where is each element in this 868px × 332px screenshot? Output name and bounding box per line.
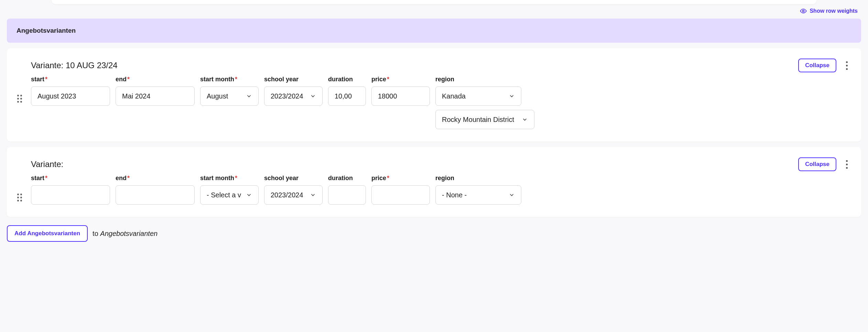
variant-card: Variante: 10 AUG 23/24 Collapse start* e… (7, 48, 861, 142)
region-select[interactable]: - None - (435, 185, 521, 205)
drag-handle-icon[interactable] (17, 194, 24, 201)
variant-fields-row: start* end* start month* August school y… (31, 76, 851, 129)
chevron-down-icon (246, 93, 252, 99)
duration-field: duration (328, 76, 366, 106)
district-select[interactable]: Rocky Mountain District (435, 110, 534, 129)
end-field: end* (116, 76, 195, 106)
start-input[interactable] (31, 86, 110, 106)
price-field: price* (371, 76, 430, 106)
duration-field: duration (328, 175, 366, 205)
school-year-value: 2023/2024 (271, 92, 303, 100)
start-month-label: start month* (200, 175, 259, 182)
end-input[interactable] (116, 86, 195, 106)
end-field: end* (116, 175, 195, 205)
school-year-field: school year 2023/2024 (264, 175, 323, 205)
add-row: Add Angebotsvarianten to Angebotsvariant… (7, 225, 861, 242)
page-shadow-divider (52, 0, 816, 4)
end-input[interactable] (116, 185, 195, 205)
chevron-down-icon (310, 192, 316, 198)
eye-icon (800, 8, 807, 14)
start-month-value: August (207, 92, 228, 100)
chevron-down-icon (509, 192, 515, 198)
chevron-down-icon (509, 93, 515, 99)
drag-handle-icon[interactable] (17, 95, 24, 103)
variant-fields-row: start* end* start month* - Select a v sc… (31, 175, 851, 205)
duration-input[interactable] (328, 185, 366, 205)
variant-header-actions: Collapse (798, 59, 851, 72)
variant-body-row: start* end* start month* - Select a v sc… (17, 175, 851, 205)
duration-label: duration (328, 76, 366, 83)
svg-point-0 (803, 10, 804, 12)
start-input[interactable] (31, 185, 110, 205)
chevron-down-icon (522, 116, 528, 123)
variant-title: Variante: 10 AUG 23/24 (31, 61, 118, 70)
variant-card: Variante: Collapse start* end* start mon… (7, 147, 861, 217)
more-actions-button[interactable] (843, 159, 851, 169)
start-field: start* (31, 76, 110, 106)
end-label: end* (116, 76, 195, 83)
variant-title: Variante: (31, 159, 63, 169)
chevron-down-icon (310, 93, 316, 99)
section-header: Angebotsvarianten (7, 19, 861, 43)
variant-header-actions: Collapse (798, 157, 851, 171)
price-label: price* (371, 175, 430, 182)
region-field: region Kanada Rocky Mountain District (435, 76, 534, 129)
chevron-down-icon (246, 192, 252, 198)
more-actions-button[interactable] (843, 60, 851, 71)
school-year-field: school year 2023/2024 (264, 76, 323, 106)
duration-label: duration (328, 175, 366, 182)
variant-header-row: Variante: Collapse (31, 157, 851, 171)
collapse-button[interactable]: Collapse (798, 157, 836, 171)
section-title: Angebotsvarianten (17, 27, 76, 34)
price-field: price* (371, 175, 430, 205)
region-field: region - None - (435, 175, 521, 205)
region-label: region (435, 76, 534, 83)
collapse-button[interactable]: Collapse (798, 59, 836, 72)
start-month-label: start month* (200, 76, 259, 83)
start-month-select[interactable]: August (200, 86, 259, 106)
price-input[interactable] (371, 185, 430, 205)
district-value: Rocky Mountain District (442, 116, 514, 124)
region-value: - None - (442, 191, 467, 199)
region-select[interactable]: Kanada (435, 86, 521, 106)
school-year-value: 2023/2024 (271, 191, 303, 199)
show-weights-row: Show row weights (7, 4, 861, 19)
end-label: end* (116, 175, 195, 182)
school-year-select[interactable]: 2023/2024 (264, 86, 323, 106)
start-label: start* (31, 175, 110, 182)
price-label: price* (371, 76, 430, 83)
add-angebotsvarianten-button[interactable]: Add Angebotsvarianten (7, 225, 88, 242)
variant-body-row: start* end* start month* August school y… (17, 76, 851, 129)
region-value: Kanada (442, 92, 466, 100)
start-month-value: - Select a v (207, 191, 241, 199)
start-month-select[interactable]: - Select a v (200, 185, 259, 205)
school-year-label: school year (264, 76, 323, 83)
show-row-weights-label: Show row weights (810, 8, 858, 14)
variant-header-row: Variante: 10 AUG 23/24 Collapse (31, 59, 851, 72)
start-month-field: start month* - Select a v (200, 175, 259, 205)
start-label: start* (31, 76, 110, 83)
price-input[interactable] (371, 86, 430, 106)
duration-input[interactable] (328, 86, 366, 106)
add-to-text: to Angebotsvarianten (93, 230, 158, 238)
start-field: start* (31, 175, 110, 205)
school-year-label: school year (264, 175, 323, 182)
show-row-weights-button[interactable]: Show row weights (800, 8, 858, 14)
start-month-field: start month* August (200, 76, 259, 106)
region-label: region (435, 175, 521, 182)
school-year-select[interactable]: 2023/2024 (264, 185, 323, 205)
